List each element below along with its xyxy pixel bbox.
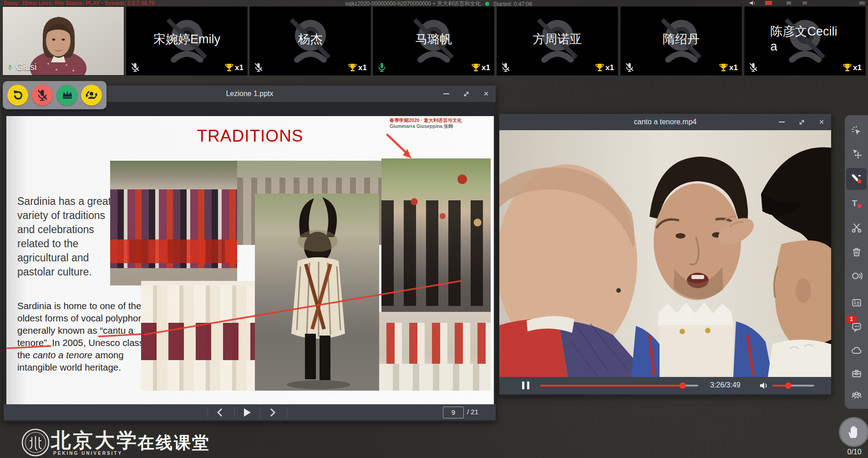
members-tool[interactable] (851, 389, 863, 401)
mute-button[interactable] (32, 85, 53, 106)
play-slideshow-button[interactable] (237, 404, 258, 420)
participant-tile[interactable]: 马璐帆 x1 (373, 6, 494, 76)
participant-tile[interactable]: 方周诺亚 x1 (497, 6, 618, 76)
slide-paragraph-1: Sardinia has a great variety of traditio… (17, 194, 115, 279)
undo-button[interactable] (7, 85, 28, 106)
volume-icon[interactable] (760, 382, 768, 390)
maximize-button[interactable] (797, 117, 807, 127)
speaker-icon[interactable] (749, 0, 756, 5)
participant-tile[interactable]: 宋婉婷Emily x1 (126, 6, 248, 76)
participant-tile[interactable]: 杨杰 x1 (249, 6, 371, 76)
text-tool[interactable]: T (851, 198, 863, 210)
trophy-badge: x1 (471, 62, 490, 73)
mic-on-icon (7, 64, 13, 71)
pause-button[interactable] (522, 382, 529, 389)
trophy-badge: x1 (347, 62, 367, 73)
trophy-icon (718, 62, 729, 73)
lecturer-name-text: Giummarra Giuseppina 朱晔 (390, 123, 487, 129)
participant-name: Giusi (16, 62, 37, 72)
svg-text:T: T (852, 198, 858, 208)
maximize-button[interactable] (461, 89, 471, 99)
photo-white-shawl-women (141, 281, 255, 391)
switch-camera-button[interactable] (81, 85, 102, 106)
pen-icon (851, 173, 863, 185)
scissors-icon (851, 222, 863, 234)
settings-icon (802, 1, 807, 5)
cloud-icon (851, 345, 863, 356)
hand-raise-count: 0/10 (840, 448, 868, 456)
play-icon (243, 408, 251, 417)
laser-pointer-tool[interactable] (851, 125, 863, 137)
volume-bar[interactable] (772, 385, 814, 387)
trophy-icon (347, 62, 358, 73)
session-info: sqjkz2020-00000000-h2070000000 + 意大利语言和文… (345, 0, 532, 6)
trash-icon (851, 246, 863, 258)
prev-slide-button[interactable] (209, 404, 230, 420)
trophy-badge: x1 (594, 62, 614, 73)
participant-name: 宋婉婷Emily (153, 32, 220, 47)
page-number-input[interactable]: 9 (443, 407, 464, 418)
video-frame-singers[interactable] (499, 130, 831, 377)
top-status-bar: Delay: 32ms/ Loss: 0%/ Status: PLAY - Sy… (0, 0, 868, 6)
page-total-label: / 21 (467, 407, 478, 417)
mamuthone-figure (255, 193, 379, 391)
answer-board-tool[interactable] (851, 297, 863, 309)
minimize-button[interactable] (441, 89, 451, 99)
mic-muted-icon (36, 88, 49, 102)
session-status-text: Started: 0:47:06 (493, 1, 532, 6)
mic-on-icon (376, 62, 387, 73)
next-slide-button[interactable] (262, 404, 283, 420)
select-move-tool[interactable] (851, 148, 863, 160)
hand-icon (847, 424, 861, 440)
seek-bar[interactable] (540, 385, 698, 387)
trophy-icon (594, 62, 605, 73)
minimize-button[interactable] (777, 117, 787, 127)
mic-muted-icon (130, 62, 141, 73)
mic-muted-icon (624, 62, 635, 73)
photo-horsemen (379, 312, 491, 391)
maximize-icon (798, 119, 805, 126)
close-button[interactable]: × (817, 117, 827, 127)
participant-name: 隋绍丹 (663, 32, 700, 47)
toolbox-icon (851, 367, 863, 379)
slide-canvas[interactable]: TRADITIONS 春季学期2020 · 意大利语言与文化 Giummarra… (6, 116, 494, 404)
pen-tool[interactable] (851, 173, 863, 185)
trophy-icon (224, 62, 234, 73)
cloud-disk-tool[interactable] (851, 345, 863, 356)
answer-board-icon (851, 297, 863, 309)
video-titlebar[interactable]: canto a tenore.mp4 × (499, 114, 831, 130)
seek-fill (540, 385, 682, 387)
chat-unread-badge: 1 (846, 316, 857, 323)
ring-sound-icon (851, 270, 863, 282)
seek-knob[interactable] (680, 382, 686, 389)
raise-hand-button[interactable] (839, 417, 868, 447)
trophy-badge: x1 (842, 62, 862, 73)
close-button[interactable]: × (481, 89, 491, 99)
cut-tool[interactable] (851, 222, 863, 234)
trophy-badge: x1 (718, 62, 738, 73)
ppt-window: Lezione 1.pptx × TRADITIONS 春季学期2020 · 意… (4, 86, 496, 422)
course-header-text: 春季学期2020 · 意大利语言与文化 (390, 117, 487, 123)
mic-muted-icon (748, 62, 759, 73)
participant-tile[interactable]: 陈彦文Cecilia x1 (744, 6, 866, 76)
record-red-icon[interactable] (765, 1, 772, 5)
signal-icon (787, 1, 791, 5)
university-name-cn: 北京大学 (51, 427, 138, 454)
peking-university-seal (21, 428, 50, 457)
award-button[interactable] (56, 85, 77, 106)
more-icon (859, 1, 865, 5)
slide-nav-bar: 9 / 21 (4, 404, 496, 420)
quick-action-toolbar (3, 81, 107, 109)
photo-red-masks (381, 158, 491, 319)
sound-tool[interactable] (851, 270, 863, 282)
volume-knob[interactable] (785, 382, 792, 389)
participant-name: 陈彦文Cecilia (771, 24, 840, 54)
university-name-en: PEKING UNIVERSITY (53, 451, 122, 456)
slide-corner-header: 春季学期2020 · 意大利语言与文化 Giummarra Giuseppina… (390, 117, 487, 129)
participant-tile[interactable]: 隋绍丹 x1 (620, 6, 742, 76)
participant-name: 杨杰 (298, 32, 323, 47)
toolbox-tool[interactable] (851, 367, 863, 379)
delete-tool[interactable] (851, 246, 863, 258)
participant-tile-giusi[interactable]: Giusi (2, 6, 124, 76)
chevron-left-icon (217, 408, 223, 417)
